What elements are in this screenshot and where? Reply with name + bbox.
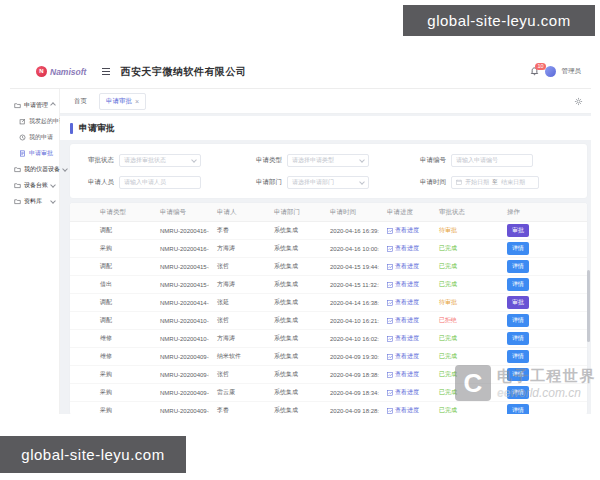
row-action-button[interactable]: 详情	[507, 350, 529, 363]
filter-approval-status: 审批状态 请选择审批状态	[84, 153, 201, 167]
cell-time: 2020-04-15 11:32:32	[322, 276, 379, 294]
cell-action: 详情	[499, 240, 587, 258]
watermark-top-right: global-site-leyu.com	[403, 5, 595, 36]
sidebar-group-label: 资料库	[24, 197, 42, 206]
table-row: 调配 NMRU-20200416-1 李春 系统集成 2020-04-16 16…	[70, 222, 587, 240]
cell-time: 2020-04-09 19:30:32	[322, 348, 379, 366]
company-title: 西安天宇微纳软件有限公司	[120, 65, 246, 79]
tab-bar: 首页 申请审批 ×	[60, 89, 591, 114]
cell-progress: 查看进度	[379, 222, 431, 240]
row-action-button[interactable]: 详情	[507, 332, 529, 345]
view-progress-link[interactable]: 查看进度	[387, 262, 419, 271]
screenshot-canvas: N Namisoft 西安天宇微纳软件有限公司 10 管理员	[0, 0, 600, 480]
status-badge: 已完成	[439, 389, 457, 395]
view-progress-link[interactable]: 查看进度	[387, 244, 419, 253]
cell-dept: 系统集成	[266, 384, 322, 402]
cell-applicant: 张延	[209, 294, 266, 312]
cell-progress: 查看进度	[379, 348, 431, 366]
sidebar: 申请管理 我发起的申请 我的申请	[10, 89, 60, 414]
status-badge: 已完成	[439, 281, 457, 287]
sidebar-collapse-icon[interactable]	[102, 68, 110, 76]
cell-action: 详情	[499, 384, 587, 402]
row-action-button[interactable]: 详情	[507, 404, 529, 414]
sidebar-item-my-applications[interactable]: 我的申请	[10, 129, 59, 145]
row-action-button[interactable]: 详情	[507, 260, 529, 273]
view-progress-label: 查看进度	[395, 244, 419, 253]
row-action-button[interactable]: 详情	[507, 386, 529, 399]
view-progress-link[interactable]: 查看进度	[387, 370, 419, 379]
row-action-button[interactable]: 审批	[507, 224, 529, 237]
department-select[interactable]: 请选择申请部门	[287, 176, 369, 189]
cell-dept: 系统集成	[266, 276, 322, 294]
progress-icon	[387, 300, 393, 306]
progress-icon	[387, 372, 393, 378]
row-action-button[interactable]: 详情	[507, 368, 529, 381]
close-icon[interactable]: ×	[135, 98, 139, 105]
sidebar-group-equipment-ledger[interactable]: 设备台账	[10, 177, 59, 193]
applicant-input[interactable]	[119, 176, 201, 189]
scrollbar-thumb[interactable]	[587, 270, 590, 342]
view-progress-link[interactable]: 查看进度	[387, 298, 419, 307]
cell-time: 2020-04-10 16:02:37	[322, 330, 379, 348]
sidebar-item-application-approval[interactable]: 申请审批	[10, 145, 59, 161]
username[interactable]: 管理员	[562, 67, 582, 76]
cell-dept: 系统集成	[266, 240, 322, 258]
view-progress-link[interactable]: 查看进度	[387, 406, 419, 414]
view-progress-link[interactable]: 查看进度	[387, 316, 419, 325]
cell-action: 详情	[499, 348, 587, 366]
sidebar-group-document-library[interactable]: 资料库	[10, 193, 59, 209]
breadcrumb-home[interactable]: 首页	[74, 97, 87, 106]
cell-applicant: 雷云康	[209, 384, 266, 402]
date-separator: 至	[492, 178, 498, 187]
view-progress-label: 查看进度	[395, 406, 419, 414]
cell-time: 2020-04-14 16:38:21	[322, 294, 379, 312]
table-row: 维修 NMRU-20200410-1 方海涛 系统集成 2020-04-10 1…	[70, 330, 587, 348]
application-no-input[interactable]	[451, 154, 533, 167]
row-action-button[interactable]: 详情	[507, 314, 529, 327]
view-progress-link[interactable]: 查看进度	[387, 352, 419, 361]
approval-status-select[interactable]: 请选择审批状态	[119, 154, 201, 167]
cell-status: 待审批	[431, 294, 499, 312]
view-progress-label: 查看进度	[395, 370, 419, 379]
filter-label: 申请时间	[416, 178, 446, 187]
gear-icon[interactable]	[574, 97, 583, 106]
approval-table: 申请类型 申请编号 申请人 申请部门 申请时间 申请进度 审批状态 操作 调配	[70, 203, 587, 414]
table-row: 采购 NMRU-20200409-2 李春 系统集成 2020-04-09 18…	[70, 402, 587, 415]
row-action-button[interactable]: 详情	[507, 242, 529, 255]
progress-icon	[387, 264, 393, 270]
view-progress-label: 查看进度	[395, 334, 419, 343]
view-progress-link[interactable]: 查看进度	[387, 334, 419, 343]
cell-type: 调配	[70, 312, 152, 330]
cell-status: 已完成	[431, 240, 499, 258]
date-range-picker[interactable]: 开始日期 至 结束日期	[451, 176, 539, 189]
cell-no: NMRU-20200409-3	[152, 348, 209, 366]
sidebar-group-apply-management[interactable]: 申请管理	[10, 97, 59, 113]
edit-icon	[19, 118, 26, 125]
namisoft-logo-text: Namisoft	[50, 67, 86, 77]
cell-time: 2020-04-09 18:34:23	[322, 384, 379, 402]
progress-icon	[387, 408, 393, 414]
avatar[interactable]	[545, 66, 556, 77]
cell-dept: 系统集成	[266, 312, 322, 330]
col-header-status: 审批状态	[431, 203, 499, 222]
chevron-down-icon	[50, 198, 56, 204]
namisoft-logo[interactable]: N Namisoft	[36, 66, 86, 77]
tab-application-approval[interactable]: 申请审批 ×	[99, 93, 146, 110]
view-progress-link[interactable]: 查看进度	[387, 226, 419, 235]
progress-icon	[387, 228, 393, 234]
calendar-icon	[456, 179, 462, 185]
row-action-button[interactable]: 详情	[507, 278, 529, 291]
row-action-button[interactable]: 审批	[507, 296, 529, 309]
cell-action: 详情	[499, 312, 587, 330]
sidebar-item-label: 我的申请	[29, 133, 53, 142]
table-row: 采购 NMRU-20200416-7 方海涛 系统集成 2020-04-16 1…	[70, 240, 587, 258]
application-type-select[interactable]: 请选择申请类型	[287, 154, 369, 167]
view-progress-link[interactable]: 查看进度	[387, 388, 419, 397]
col-header-dept: 申请部门	[266, 203, 322, 222]
sidebar-group-my-instruments[interactable]: 我的仪器设备	[10, 161, 59, 177]
sidebar-group-label: 设备台账	[24, 181, 48, 190]
sidebar-item-my-initiated-applications[interactable]: 我发起的申请	[10, 113, 59, 129]
status-badge: 待审批	[439, 227, 457, 233]
view-progress-link[interactable]: 查看进度	[387, 280, 419, 289]
notification-bell[interactable]: 10	[530, 67, 539, 76]
